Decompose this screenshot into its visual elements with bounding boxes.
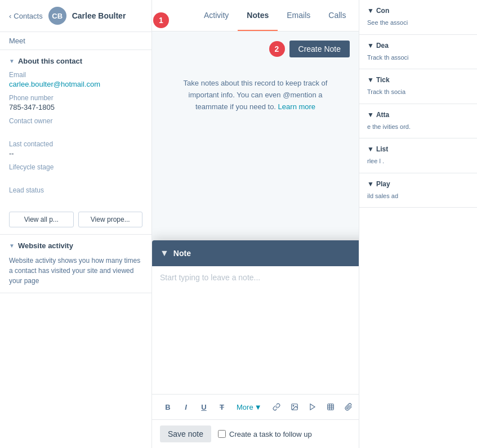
note-panel-header: ▼ Note 3 ⛶ ✕ — [152, 240, 359, 266]
right-section-playbooks-title: ▼ Play — [367, 180, 469, 188]
right-section-deals-text: Track th associ — [367, 53, 469, 62]
tab-activity[interactable]: Activity — [195, 1, 238, 31]
tab-calls[interactable]: Calls — [319, 1, 355, 31]
notes-empty-description: Take notes about this record to keep tra… — [161, 66, 350, 124]
note-textarea[interactable] — [160, 273, 359, 386]
chevron-down-icon: ▼ — [367, 111, 374, 119]
chevron-down-icon: ▼ — [9, 243, 15, 249]
contact-owner-label: Contact owner — [9, 117, 142, 125]
lead-status-value — [9, 195, 142, 204]
last-contacted-value: -- — [9, 149, 142, 158]
contacts-link-label: Contacts — [14, 12, 42, 20]
website-activity-description: Website activity shows you how many time… — [9, 256, 142, 286]
svg-point-1 — [293, 405, 294, 406]
right-section-lists: ▼ List rlee l . — [359, 138, 477, 173]
contact-owner-value — [9, 126, 142, 135]
lifecycle-stage-label: Lifecycle stage — [9, 163, 142, 171]
note-panel-title: Note — [173, 249, 359, 258]
about-section-title: About this contact — [18, 57, 82, 65]
lead-status-label: Lead status — [9, 186, 142, 194]
save-note-button[interactable]: Save note — [160, 425, 211, 442]
right-section-contacts-title: ▼ Con — [367, 7, 469, 15]
about-section-toggle[interactable]: ▼ About this contact — [9, 57, 142, 65]
phone-value: 785-347-1805 — [9, 103, 142, 111]
strikethrough-button[interactable]: T — [214, 399, 230, 415]
image-button[interactable] — [287, 399, 302, 415]
chevron-down-icon: ▼ — [367, 180, 374, 188]
table-button[interactable] — [323, 399, 338, 415]
right-section-tickets-title: ▼ Tick — [367, 76, 469, 84]
italic-button[interactable]: I — [178, 399, 194, 415]
sidebar-action-buttons: View all p... View prope... — [9, 212, 142, 227]
svg-rect-3 — [327, 404, 333, 410]
right-section-deals-title: ▼ Dea — [367, 42, 469, 50]
chevron-down-icon: ▼ — [255, 403, 262, 411]
main-content: 1 Activity Notes Emails Calls More ▼ Exp… — [152, 0, 359, 448]
email-value: carlee.boulter@hotmail.com — [9, 80, 142, 88]
chevron-down-icon: ▼ — [367, 7, 374, 15]
contact-name: Carlee Boulter — [72, 11, 126, 20]
underline-button[interactable]: U — [196, 399, 212, 415]
task-checkbox-label: Create a task to follow up — [229, 430, 312, 438]
chevron-down-icon[interactable]: ▼ — [160, 248, 169, 258]
back-to-contacts-link[interactable]: ‹ Contacts — [9, 12, 43, 20]
right-section-tickets-text: Track th socia — [367, 87, 469, 97]
phone-label: Phone number — [9, 94, 142, 102]
bold-button[interactable]: B — [160, 399, 176, 415]
website-activity-toggle[interactable]: ▼ Website activity — [9, 241, 142, 250]
chevron-down-icon: ▼ — [367, 42, 374, 50]
sidebar-header: ‹ Contacts CB Carlee Boulter — [0, 0, 151, 32]
right-panel: ▼ Con See the associ ▼ Dea Track th asso… — [359, 0, 477, 448]
avatar: CB — [48, 7, 66, 25]
view-properties-button[interactable]: View prope... — [78, 212, 143, 227]
note-toolbar: B I U T More ▼ 1 assoc — [152, 394, 359, 419]
right-section-lists-text: rlee l . — [367, 156, 469, 166]
sidebar: ‹ Contacts CB Carlee Boulter Meet ▼ Abou… — [0, 0, 152, 448]
right-section-deals: ▼ Dea Track th associ — [359, 35, 477, 70]
svg-marker-2 — [310, 404, 314, 410]
note-panel: ▼ Note 3 ⛶ ✕ B I U T More ▼ — [152, 240, 359, 448]
task-checkbox-row: Create a task to follow up — [218, 430, 312, 438]
meet-label: Meet — [9, 37, 25, 45]
right-section-playbooks: ▼ Play ild sales ad — [359, 173, 477, 208]
step-badge-2: 2 — [269, 41, 285, 57]
chevron-left-icon: ‹ — [9, 12, 11, 20]
lifecycle-stage-value — [9, 172, 142, 181]
right-section-attachments-text: e the ivities ord. — [367, 122, 469, 132]
create-note-button[interactable]: Create Note — [289, 41, 350, 57]
create-note-row: 2 Create Note — [161, 41, 350, 57]
website-activity-section: ▼ Website activity Website activity show… — [0, 235, 151, 293]
email-label: Email — [9, 71, 142, 79]
attach-button[interactable] — [341, 399, 356, 415]
right-section-attachments-title: ▼ Atta — [367, 111, 469, 119]
tab-bar: 1 Activity Notes Emails Calls More ▼ Exp… — [152, 0, 359, 32]
chevron-down-icon: ▼ — [9, 58, 15, 64]
note-panel-body — [152, 266, 359, 394]
task-checkbox[interactable] — [218, 430, 226, 438]
meet-section: Meet — [0, 32, 151, 50]
tab-notes[interactable]: Notes — [238, 1, 278, 31]
right-section-playbooks-text: ild sales ad — [367, 191, 469, 201]
website-activity-title: Website activity — [18, 241, 73, 250]
right-section-attachments: ▼ Atta e the ivities ord. — [359, 104, 477, 139]
toolbar-more-button[interactable]: More ▼ — [232, 401, 266, 414]
right-section-tickets: ▼ Tick Track th socia — [359, 69, 477, 104]
note-footer: Save note Create a task to follow up — [152, 419, 359, 448]
right-section-contacts: ▼ Con See the associ — [359, 0, 477, 35]
last-contacted-label: Last contacted — [9, 140, 142, 148]
about-section: ▼ About this contact Email carlee.boulte… — [0, 50, 151, 235]
tab-emails[interactable]: Emails — [278, 1, 319, 31]
tab-more[interactable]: More ▼ — [355, 1, 359, 31]
step-badge-1: 1 — [153, 12, 169, 28]
view-all-properties-button[interactable]: View all p... — [9, 212, 74, 227]
chevron-down-icon: ▼ — [367, 145, 374, 153]
tabs-container: Activity Notes Emails Calls More ▼ — [195, 1, 359, 31]
chevron-down-icon: ▼ — [367, 76, 374, 84]
learn-more-link[interactable]: Learn more — [278, 102, 315, 111]
link-button[interactable] — [269, 399, 284, 415]
right-section-contacts-text: See the associ — [367, 18, 469, 28]
video-button[interactable] — [305, 399, 320, 415]
avatar-initials: CB — [52, 12, 63, 20]
right-section-lists-title: ▼ List — [367, 145, 469, 153]
